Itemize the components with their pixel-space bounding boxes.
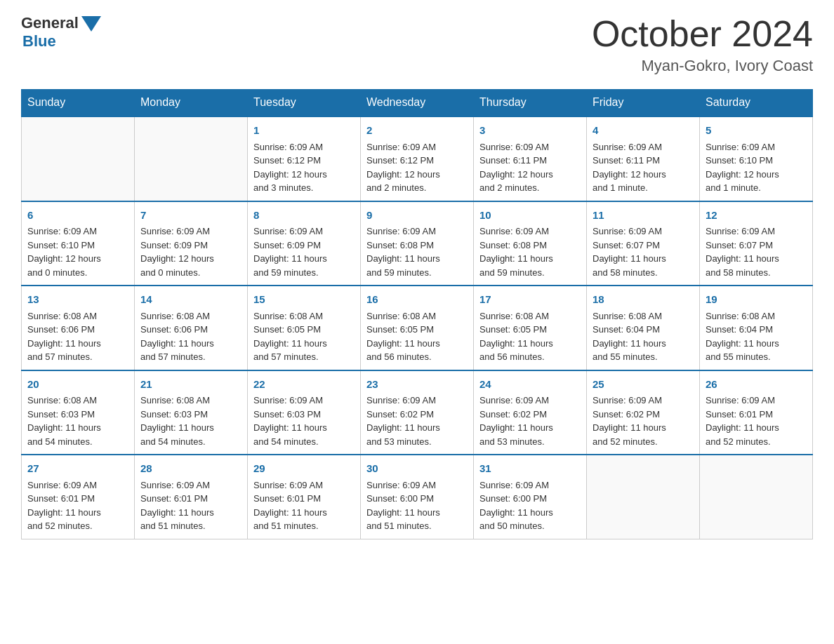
day-info: and 0 minutes. xyxy=(140,266,241,280)
day-info: Sunset: 6:08 PM xyxy=(366,239,468,253)
day-number: 19 xyxy=(706,292,807,308)
day-info: Daylight: 11 hours xyxy=(366,421,468,435)
day-info: Sunrise: 6:08 AM xyxy=(253,309,355,323)
day-info: Daylight: 11 hours xyxy=(253,252,355,266)
day-info: and 51 minutes. xyxy=(253,519,355,533)
day-number: 14 xyxy=(140,292,241,308)
day-info: and 54 minutes. xyxy=(140,435,241,449)
day-number: 4 xyxy=(593,123,694,139)
day-number: 18 xyxy=(593,292,694,308)
day-info: Sunrise: 6:09 AM xyxy=(253,478,355,492)
day-info: and 59 minutes. xyxy=(366,266,468,280)
day-info: Daylight: 11 hours xyxy=(27,421,128,435)
day-info: and 59 minutes. xyxy=(479,266,581,280)
day-info: Sunset: 6:12 PM xyxy=(366,154,468,168)
day-info: and 52 minutes. xyxy=(593,435,694,449)
day-info: Daylight: 12 hours xyxy=(140,252,241,266)
day-info: Daylight: 12 hours xyxy=(706,168,807,182)
calendar-cell: 8Sunrise: 6:09 AMSunset: 6:09 PMDaylight… xyxy=(248,201,361,286)
day-info: Daylight: 11 hours xyxy=(27,337,128,351)
day-info: Sunset: 6:00 PM xyxy=(479,492,581,506)
calendar-cell: 12Sunrise: 6:09 AMSunset: 6:07 PMDayligh… xyxy=(700,201,813,286)
day-info: Sunset: 6:09 PM xyxy=(140,239,241,253)
day-info: Sunset: 6:11 PM xyxy=(479,154,581,168)
day-info: Sunset: 6:03 PM xyxy=(27,408,128,422)
day-info: and 53 minutes. xyxy=(366,435,468,449)
day-info: Sunrise: 6:09 AM xyxy=(706,140,807,154)
day-number: 10 xyxy=(479,208,581,224)
day-number: 22 xyxy=(253,377,355,393)
day-info: Sunset: 6:01 PM xyxy=(253,492,355,506)
calendar-header-thursday: Thursday xyxy=(474,89,587,116)
calendar-cell: 22Sunrise: 6:09 AMSunset: 6:03 PMDayligh… xyxy=(248,370,361,455)
calendar-week-row: 6Sunrise: 6:09 AMSunset: 6:10 PMDaylight… xyxy=(22,201,813,286)
calendar-cell: 17Sunrise: 6:08 AMSunset: 6:05 PMDayligh… xyxy=(474,286,587,370)
day-info: Sunrise: 6:09 AM xyxy=(27,224,128,239)
day-info: Sunset: 6:05 PM xyxy=(253,323,355,337)
day-info: Sunset: 6:07 PM xyxy=(593,239,694,253)
day-info: Daylight: 12 hours xyxy=(27,252,128,266)
calendar-cell: 31Sunrise: 6:09 AMSunset: 6:00 PMDayligh… xyxy=(474,455,587,539)
day-info: Sunset: 6:05 PM xyxy=(366,323,468,337)
logo-blue-text: Blue xyxy=(22,32,56,51)
page-header: General Blue October 2024 Myan-Gokro, Iv… xyxy=(21,14,813,75)
day-info: Sunrise: 6:09 AM xyxy=(253,224,355,239)
calendar-cell: 24Sunrise: 6:09 AMSunset: 6:02 PMDayligh… xyxy=(474,370,587,455)
day-info: Sunrise: 6:09 AM xyxy=(593,394,694,408)
calendar-cell: 4Sunrise: 6:09 AMSunset: 6:11 PMDaylight… xyxy=(587,116,700,201)
calendar-cell: 3Sunrise: 6:09 AMSunset: 6:11 PMDaylight… xyxy=(474,116,587,201)
calendar-cell: 9Sunrise: 6:09 AMSunset: 6:08 PMDaylight… xyxy=(361,201,474,286)
calendar-cell xyxy=(135,116,248,201)
logo-triangle-icon xyxy=(81,16,101,32)
calendar-cell: 20Sunrise: 6:08 AMSunset: 6:03 PMDayligh… xyxy=(22,370,135,455)
day-number: 17 xyxy=(479,292,581,308)
day-info: Sunrise: 6:08 AM xyxy=(27,394,128,408)
day-info: Sunrise: 6:09 AM xyxy=(140,224,241,239)
day-number: 28 xyxy=(140,461,241,477)
day-number: 3 xyxy=(479,123,581,139)
calendar-week-row: 13Sunrise: 6:08 AMSunset: 6:06 PMDayligh… xyxy=(22,286,813,370)
calendar-cell xyxy=(587,455,700,539)
day-number: 23 xyxy=(366,377,468,393)
day-info: Sunset: 6:06 PM xyxy=(140,323,241,337)
day-info: Sunrise: 6:08 AM xyxy=(366,309,468,323)
day-info: Sunrise: 6:09 AM xyxy=(479,140,581,154)
day-info: Daylight: 11 hours xyxy=(706,252,807,266)
day-info: Sunset: 6:10 PM xyxy=(706,154,807,168)
day-info: Daylight: 11 hours xyxy=(479,337,581,351)
calendar-cell: 15Sunrise: 6:08 AMSunset: 6:05 PMDayligh… xyxy=(248,286,361,370)
day-info: Sunset: 6:06 PM xyxy=(27,323,128,337)
location-title: Myan-Gokro, Ivory Coast xyxy=(592,57,813,75)
day-info: and 55 minutes. xyxy=(593,350,694,364)
day-info: Sunset: 6:11 PM xyxy=(593,154,694,168)
day-info: and 51 minutes. xyxy=(140,519,241,533)
day-info: Sunset: 6:02 PM xyxy=(366,408,468,422)
day-info: and 52 minutes. xyxy=(27,519,128,533)
calendar-cell xyxy=(22,116,135,201)
calendar-header-saturday: Saturday xyxy=(700,89,813,116)
day-info: Daylight: 11 hours xyxy=(366,506,468,520)
day-info: and 55 minutes. xyxy=(706,350,807,364)
day-info: Sunset: 6:03 PM xyxy=(253,408,355,422)
calendar-cell: 16Sunrise: 6:08 AMSunset: 6:05 PMDayligh… xyxy=(361,286,474,370)
day-info: Sunset: 6:00 PM xyxy=(366,492,468,506)
calendar-cell: 1Sunrise: 6:09 AMSunset: 6:12 PMDaylight… xyxy=(248,116,361,201)
day-info: Daylight: 11 hours xyxy=(366,337,468,351)
title-section: October 2024 Myan-Gokro, Ivory Coast xyxy=(592,14,813,75)
calendar-cell: 21Sunrise: 6:08 AMSunset: 6:03 PMDayligh… xyxy=(135,370,248,455)
day-info: Sunrise: 6:09 AM xyxy=(366,224,468,239)
day-info: Sunrise: 6:09 AM xyxy=(593,224,694,239)
calendar-week-row: 1Sunrise: 6:09 AMSunset: 6:12 PMDaylight… xyxy=(22,116,813,201)
day-info: Sunrise: 6:08 AM xyxy=(593,309,694,323)
calendar-cell: 10Sunrise: 6:09 AMSunset: 6:08 PMDayligh… xyxy=(474,201,587,286)
day-info: and 58 minutes. xyxy=(706,266,807,280)
day-info: Sunrise: 6:08 AM xyxy=(27,309,128,323)
day-info: Sunset: 6:01 PM xyxy=(140,492,241,506)
day-info: and 1 minute. xyxy=(706,181,807,195)
calendar-cell: 29Sunrise: 6:09 AMSunset: 6:01 PMDayligh… xyxy=(248,455,361,539)
day-number: 15 xyxy=(253,292,355,308)
day-info: and 53 minutes. xyxy=(479,435,581,449)
day-info: Daylight: 11 hours xyxy=(479,506,581,520)
day-info: and 58 minutes. xyxy=(593,266,694,280)
day-number: 5 xyxy=(706,123,807,139)
